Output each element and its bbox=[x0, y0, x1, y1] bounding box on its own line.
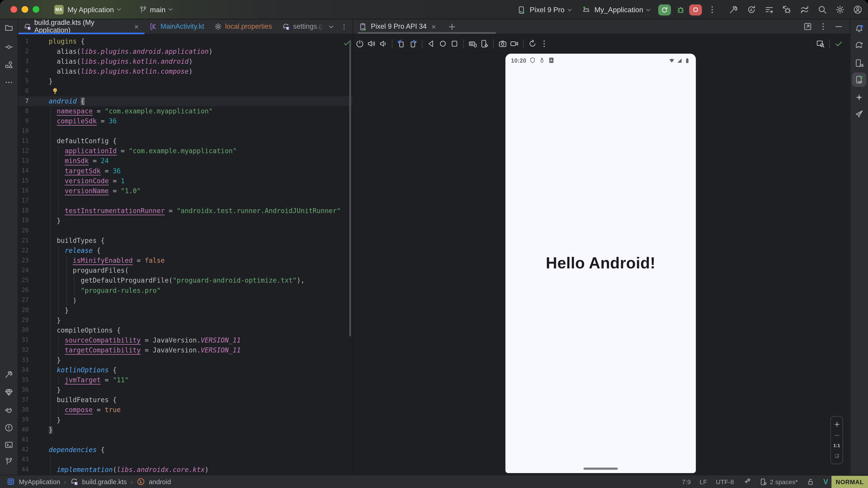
tab-list-chevron-icon[interactable] bbox=[328, 23, 335, 30]
code-line-39[interactable]: 39 } bbox=[18, 415, 352, 425]
overview-icon[interactable] bbox=[450, 39, 459, 48]
encoding-widget[interactable]: UTF-8 bbox=[716, 478, 734, 485]
code-line-7[interactable]: 7android { bbox=[18, 96, 352, 106]
caret-position-widget[interactable]: 7:9 bbox=[682, 478, 691, 485]
gesture-navigation-pill[interactable] bbox=[583, 467, 618, 470]
breadcrumb-item[interactable]: MyApplication bbox=[19, 478, 60, 486]
code-line-3[interactable]: 3 alias(libs.plugins.kotlin.android) bbox=[18, 57, 352, 66]
code-line-32[interactable]: 32 targetCompatibility = JavaVersion.VER… bbox=[18, 345, 352, 355]
code-line-26[interactable]: 26 "proguard-rules.pro" bbox=[18, 286, 352, 295]
emulator-screen[interactable]: 10:20 A Hello Android! bbox=[505, 54, 696, 473]
code-line-38[interactable]: 38 compose = true bbox=[18, 405, 352, 415]
screen-record-icon[interactable] bbox=[510, 39, 519, 48]
volume-down-icon[interactable] bbox=[379, 39, 388, 48]
hide-panel-icon[interactable] bbox=[834, 22, 843, 31]
indent-widget[interactable]: 2 spaces* bbox=[760, 478, 798, 486]
code-line-28[interactable]: 28 } bbox=[18, 305, 352, 315]
more-tools-icon[interactable] bbox=[4, 78, 13, 87]
more-run-options-icon[interactable] bbox=[708, 5, 717, 14]
code-line-36[interactable]: 36 } bbox=[18, 385, 352, 395]
editor-scrollbar[interactable] bbox=[349, 40, 351, 336]
attach-debugger-icon[interactable] bbox=[782, 5, 792, 14]
gemini-sparkle-icon[interactable] bbox=[855, 93, 864, 102]
code-line-18[interactable]: 18 testInstrumentationRunner = "androidx… bbox=[18, 206, 352, 216]
device-selector[interactable]: Pixel 9 Pro bbox=[517, 5, 573, 14]
code-line-35[interactable]: 35 jvmTarget = "11" bbox=[18, 375, 352, 385]
code-line-2[interactable]: 2 alias(libs.plugins.android.application… bbox=[18, 46, 352, 57]
home-icon[interactable] bbox=[438, 39, 447, 48]
code-line-40[interactable]: 40} bbox=[18, 425, 352, 435]
gradle-icon[interactable] bbox=[855, 40, 864, 49]
branch-widget[interactable]: main bbox=[139, 5, 174, 13]
code-line-9[interactable]: 9 compileSdk = 36 bbox=[18, 116, 352, 126]
code-line-25[interactable]: 25 getDefaultProguardFile("proguard-andr… bbox=[18, 275, 352, 286]
tab-local-properties[interactable]: local.properties bbox=[209, 20, 277, 34]
zoom-window-button[interactable] bbox=[33, 6, 39, 13]
close-tab-icon[interactable] bbox=[133, 24, 140, 30]
add-device-icon[interactable] bbox=[448, 22, 456, 31]
build-icon[interactable] bbox=[4, 370, 13, 379]
line-ending-widget[interactable]: LF bbox=[700, 478, 707, 485]
breadcrumb-item[interactable]: android bbox=[149, 478, 171, 486]
code-line-16[interactable]: 16 versionName = "1.0" bbox=[18, 186, 352, 196]
device-tab[interactable]: Pixel 9 Pro API 34 bbox=[353, 20, 442, 34]
code-line-31[interactable]: 31 sourceCompatibility = JavaVersion.VER… bbox=[18, 335, 352, 345]
volume-up-icon[interactable] bbox=[367, 39, 376, 48]
terminal-icon[interactable] bbox=[4, 440, 13, 449]
quick-fix-bulb-icon[interactable] bbox=[52, 88, 59, 95]
tab-build-gradle[interactable]: build.gradle.kts (My Application) bbox=[18, 20, 145, 34]
zoom-to-fit-icon[interactable] bbox=[833, 453, 840, 459]
zoom-in-icon[interactable] bbox=[833, 421, 840, 427]
writable-file-icon[interactable] bbox=[807, 478, 814, 486]
rotate-right-icon[interactable] bbox=[408, 39, 417, 48]
airplane-icon[interactable] bbox=[855, 109, 864, 119]
device-tabbar-scrollbar[interactable] bbox=[358, 32, 496, 34]
project-widget[interactable]: MA My Application bbox=[39, 5, 122, 14]
code-line-33[interactable]: 33 } bbox=[18, 355, 352, 365]
gradle-sync-icon[interactable] bbox=[800, 5, 809, 14]
settings-gear-icon[interactable] bbox=[835, 5, 845, 14]
profiler-icon[interactable] bbox=[765, 5, 774, 14]
device-manager-icon[interactable] bbox=[855, 59, 864, 68]
search-icon[interactable] bbox=[817, 5, 827, 14]
ai-assistant-off-icon[interactable] bbox=[743, 478, 750, 486]
ideavim-icon[interactable]: V bbox=[823, 478, 828, 486]
more-device-actions-icon[interactable] bbox=[540, 39, 549, 48]
problems-icon[interactable] bbox=[4, 423, 13, 432]
code-line-17[interactable]: 17 bbox=[18, 196, 352, 206]
vim-mode-badge[interactable]: NORMAL bbox=[831, 476, 868, 488]
debug-button[interactable] bbox=[676, 5, 685, 14]
code-editor[interactable]: 1plugins {2 alias(libs.plugins.android.a… bbox=[18, 34, 352, 475]
back-icon[interactable] bbox=[427, 39, 436, 48]
close-window-button[interactable] bbox=[11, 6, 17, 13]
code-line-19[interactable]: 19 } bbox=[18, 216, 352, 226]
tab-options-icon[interactable] bbox=[340, 23, 348, 30]
code-line-43[interactable]: 43 bbox=[18, 455, 352, 465]
code-line-27[interactable]: 27 ) bbox=[18, 295, 352, 305]
open-in-new-window-icon[interactable] bbox=[803, 22, 812, 31]
code-line-24[interactable]: 24 proguardFiles( bbox=[18, 266, 352, 275]
device-settings-icon[interactable] bbox=[480, 39, 489, 48]
code-line-10[interactable]: 10 bbox=[18, 126, 352, 136]
code-line-5[interactable]: 5} bbox=[18, 76, 352, 86]
run-configuration-selector[interactable]: My_Application bbox=[582, 5, 651, 14]
code-line-1[interactable]: 1plugins { bbox=[18, 37, 352, 46]
sync-a-icon[interactable]: A bbox=[747, 5, 756, 14]
resource-manager-icon[interactable] bbox=[4, 60, 13, 69]
code-line-37[interactable]: 37 buildFeatures { bbox=[18, 395, 352, 405]
zoom-out-icon[interactable] bbox=[833, 432, 840, 438]
power-icon[interactable] bbox=[355, 39, 364, 48]
rotate-left-icon[interactable] bbox=[397, 39, 406, 48]
code-line-41[interactable]: 41 bbox=[18, 435, 352, 445]
tab-settings-gradle[interactable]: settings.g bbox=[277, 20, 328, 34]
code-line-13[interactable]: 13 minSdk = 24 bbox=[18, 156, 352, 166]
notifications-bell-icon[interactable] bbox=[855, 24, 864, 33]
logcat-icon[interactable] bbox=[4, 406, 13, 415]
code-line-34[interactable]: 34 kotlinOptions { bbox=[18, 365, 352, 375]
code-line-42[interactable]: 42dependencies { bbox=[18, 445, 352, 455]
restart-icon[interactable] bbox=[528, 39, 537, 48]
running-devices-tab-active[interactable] bbox=[852, 72, 866, 87]
code-line-23[interactable]: 23 isMinifyEnabled = false bbox=[18, 256, 352, 265]
panel-options-icon[interactable] bbox=[819, 22, 828, 31]
ui-check-icon[interactable] bbox=[816, 39, 825, 48]
